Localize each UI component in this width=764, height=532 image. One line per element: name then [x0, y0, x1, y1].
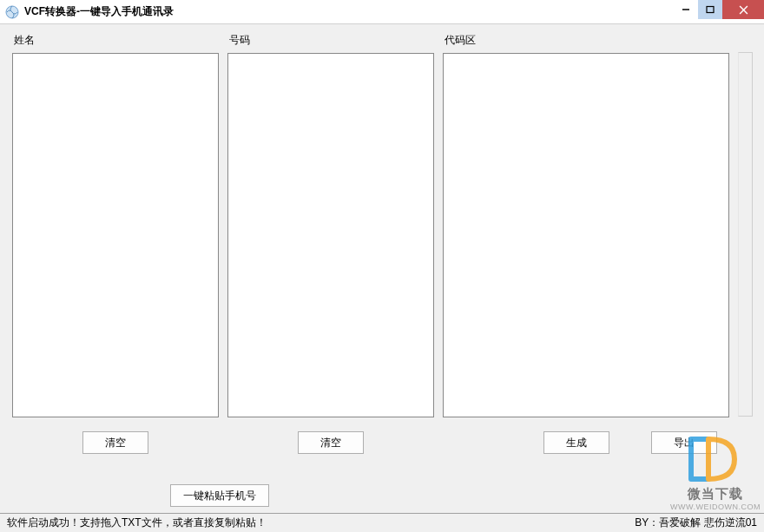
- name-textarea[interactable]: [12, 53, 219, 417]
- statusbar: 软件启动成功！支持拖入TXT文件，或者直接复制粘贴！ BY：吾爱破解 悲伤逆流0…: [0, 513, 764, 532]
- maximize-button[interactable]: [698, 0, 722, 19]
- minimize-button[interactable]: [674, 0, 698, 19]
- code-label: 代码区: [443, 33, 729, 48]
- close-button[interactable]: [722, 0, 764, 19]
- window-controls: [674, 0, 764, 19]
- name-label: 姓名: [12, 33, 219, 48]
- app-icon: [5, 5, 19, 19]
- scrollbar-track[interactable]: [738, 52, 753, 417]
- number-column: 号码 清空: [227, 33, 434, 454]
- paste-numbers-button[interactable]: 一键粘贴手机号: [170, 484, 269, 507]
- number-textarea[interactable]: [227, 53, 434, 417]
- clear-number-button[interactable]: 清空: [298, 431, 364, 454]
- paste-row: 一键粘贴手机号: [170, 476, 269, 507]
- status-right: BY：吾爱破解 悲伤逆流01: [635, 516, 757, 530]
- generate-button[interactable]: 生成: [543, 431, 609, 454]
- watermark-url: WWW.WEIDOWN.COM: [670, 502, 761, 511]
- watermark-text: 微当下载: [670, 486, 761, 502]
- export-button[interactable]: 导出: [651, 431, 717, 454]
- status-left: 软件启动成功！支持拖入TXT文件，或者直接复制粘贴！: [7, 516, 267, 530]
- name-column: 姓名 清空: [12, 33, 219, 454]
- number-label: 号码: [227, 33, 434, 48]
- window-title: VCF转换器-一键导入手机通讯录: [24, 4, 174, 19]
- titlebar: VCF转换器-一键导入手机通讯录: [0, 0, 764, 24]
- clear-name-button[interactable]: 清空: [82, 431, 148, 454]
- code-column: 代码区 生成 导出: [443, 33, 729, 454]
- svg-rect-2: [707, 7, 714, 13]
- main-content: 姓名 清空 号码 清空 代码区 生成 导出: [0, 24, 764, 532]
- code-textarea[interactable]: [443, 53, 729, 417]
